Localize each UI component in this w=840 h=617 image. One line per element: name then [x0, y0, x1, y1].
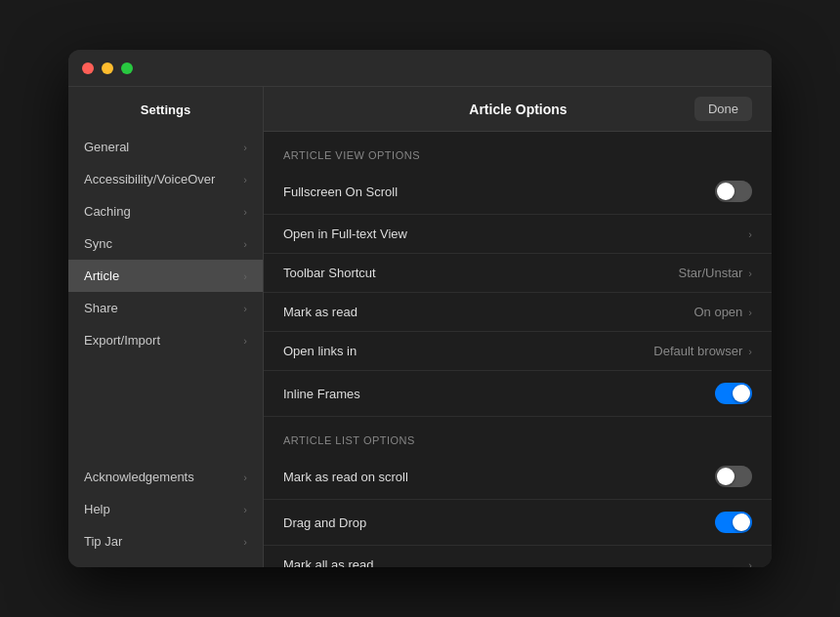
row-label: Drag and Drop [283, 515, 366, 530]
sidebar-item-caching[interactable]: Caching › [68, 195, 263, 227]
row-fullscreen-on-scroll[interactable]: Fullscreen On Scroll [264, 169, 772, 215]
sidebar-title: Settings [68, 97, 263, 131]
chevron-right-icon: › [243, 472, 247, 483]
sidebar-item-accessibility[interactable]: Accessibility/VoiceOver › [68, 163, 263, 195]
sidebar-item-export-import[interactable]: Export/Import › [68, 324, 263, 356]
app-window: Settings General › Accessibility/VoiceOv… [68, 50, 772, 567]
minimize-button[interactable] [102, 62, 113, 74]
titlebar [68, 50, 772, 87]
main-panel: Article Options Done Article View Option… [264, 87, 772, 567]
sidebar-item-label: Article [84, 268, 119, 283]
row-right [715, 512, 752, 533]
chevron-right-icon: › [748, 559, 752, 568]
section-header-article-view: Article View Options [264, 132, 772, 169]
sidebar-item-label: General [84, 140, 129, 154]
toggle-inline-frames[interactable] [715, 383, 752, 404]
main-header: Article Options Done [264, 87, 772, 132]
row-label: Mark as read [283, 305, 357, 319]
chevron-right-icon: › [243, 174, 247, 185]
close-button[interactable] [82, 62, 94, 74]
main-body: Article View Options Fullscreen On Scrol… [264, 132, 772, 567]
sidebar-item-label: Help [84, 502, 110, 516]
chevron-right-icon: › [243, 335, 247, 347]
row-right [715, 181, 752, 202]
sidebar-item-tip-jar[interactable]: Tip Jar › [68, 525, 263, 557]
sidebar-item-general[interactable]: General › [68, 131, 263, 163]
content-area: Settings General › Accessibility/VoiceOv… [68, 87, 772, 567]
chevron-right-icon: › [748, 267, 752, 279]
sidebar-item-label: Sync [84, 236, 112, 251]
section-header-article-list: Article List Options [264, 417, 772, 454]
row-value: On open [693, 305, 742, 319]
row-mark-as-read-on-scroll[interactable]: Mark as read on scroll [264, 454, 772, 500]
toggle-knob [717, 468, 735, 485]
sidebar-item-article[interactable]: Article › [68, 260, 263, 292]
row-label: Inline Frames [283, 387, 360, 401]
row-right [715, 466, 752, 487]
row-value: Default browser [653, 344, 742, 358]
row-label: Mark as read on scroll [283, 470, 408, 484]
maximize-button[interactable] [121, 62, 133, 74]
row-label: Toolbar Shortcut [283, 266, 376, 280]
row-right: › [748, 228, 752, 240]
sidebar-item-sync[interactable]: Sync › [68, 227, 263, 260]
done-button[interactable]: Done [694, 97, 752, 121]
row-open-full-text[interactable]: Open in Full-text View › [264, 215, 772, 254]
sidebar-item-label: Export/Import [84, 333, 160, 348]
toggle-knob [733, 385, 750, 402]
toggle-knob [733, 514, 750, 531]
sidebar-item-share[interactable]: Share › [68, 292, 263, 324]
row-mark-all-as-read[interactable]: Mark all as read › [264, 546, 772, 567]
toggle-mark-as-read-on-scroll[interactable] [715, 466, 752, 487]
chevron-right-icon: › [243, 238, 247, 250]
toggle-fullscreen-on-scroll[interactable] [715, 181, 752, 202]
chevron-right-icon: › [243, 504, 247, 515]
sidebar-spacer [68, 356, 263, 461]
row-label: Open in Full-text View [283, 226, 407, 241]
row-right: Star/Unstar › [679, 266, 752, 280]
row-label: Fullscreen On Scroll [283, 185, 398, 199]
row-mark-as-read[interactable]: Mark as read On open › [264, 293, 772, 332]
row-right: › [748, 559, 752, 568]
sidebar-item-acknowledgements[interactable]: Acknowledgements › [68, 461, 263, 493]
row-drag-and-drop[interactable]: Drag and Drop [264, 500, 772, 546]
chevron-right-icon: › [748, 228, 752, 240]
toggle-drag-and-drop[interactable] [715, 512, 752, 533]
chevron-right-icon: › [748, 307, 752, 318]
sidebar-item-label: Accessibility/VoiceOver [84, 172, 215, 186]
chevron-right-icon: › [748, 346, 752, 357]
chevron-right-icon: › [243, 536, 247, 548]
row-right [715, 383, 752, 404]
row-inline-frames[interactable]: Inline Frames [264, 371, 772, 417]
sidebar-item-label: Share [84, 301, 118, 315]
chevron-right-icon: › [243, 303, 247, 314]
row-value: Star/Unstar [679, 266, 743, 280]
chevron-right-icon: › [243, 270, 247, 282]
toggle-knob [717, 183, 735, 200]
sidebar-item-label: Tip Jar [84, 534, 122, 549]
main-panel-title: Article Options [342, 102, 694, 117]
chevron-right-icon: › [243, 142, 247, 153]
row-label: Open links in [283, 344, 357, 358]
sidebar-item-label: Caching [84, 204, 131, 219]
row-label: Mark all as read [283, 557, 373, 567]
sidebar-item-help[interactable]: Help › [68, 493, 263, 525]
chevron-right-icon: › [243, 206, 247, 218]
row-open-links-in[interactable]: Open links in Default browser › [264, 332, 772, 371]
sidebar: Settings General › Accessibility/VoiceOv… [68, 87, 264, 567]
sidebar-item-label: Acknowledgements [84, 470, 194, 484]
row-right: Default browser › [653, 344, 752, 358]
row-right: On open › [693, 305, 752, 319]
row-toolbar-shortcut[interactable]: Toolbar Shortcut Star/Unstar › [264, 254, 772, 293]
